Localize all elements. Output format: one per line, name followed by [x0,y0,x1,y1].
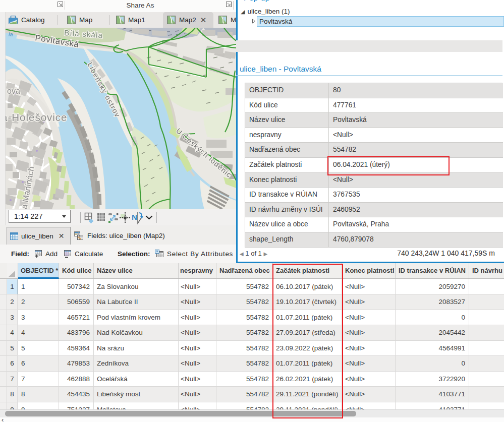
svg-text:a-Holešovice: a-Holešovice [6,111,68,123]
svg-text:la: la [9,31,13,37]
svg-text:N: N [132,213,137,221]
svg-text:ova: ova [7,87,20,95]
